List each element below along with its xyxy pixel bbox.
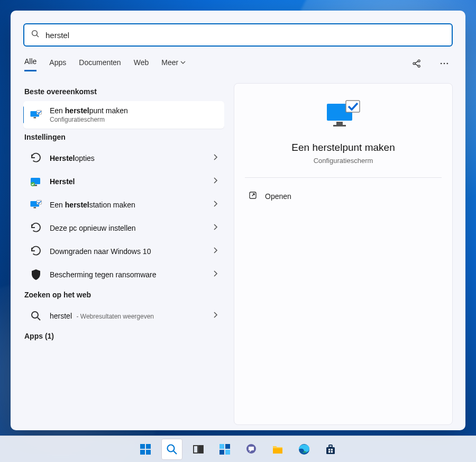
svg-point-30 [168, 445, 175, 451]
svg-rect-45 [331, 449, 333, 450]
recovery-icon [30, 175, 42, 188]
svg-rect-47 [331, 451, 333, 452]
monitor-check-icon [30, 108, 42, 121]
preview-subtitle: Configuratiescherm [314, 157, 373, 165]
chevron-right-icon [213, 153, 218, 163]
best-match-title: Een herstelpunt maken [50, 106, 218, 115]
chat[interactable] [241, 439, 262, 460]
svg-rect-44 [328, 449, 330, 450]
settings-result[interactable]: Deze pc opnieuw instellen [23, 216, 224, 240]
monitor-check-icon [325, 98, 362, 132]
svg-rect-34 [219, 444, 224, 449]
settings-result[interactable]: Herstelopties [23, 147, 224, 170]
search-panel: Alle Apps Documenten Web Meer Beste over… [11, 11, 465, 430]
monitor-icon [30, 198, 42, 211]
share-icon[interactable] [409, 56, 424, 73]
settings-result-title: Bescherming tegen ransomware [50, 270, 205, 279]
widgets[interactable] [214, 439, 235, 460]
store[interactable] [320, 439, 341, 460]
svg-rect-27 [146, 444, 151, 449]
svg-rect-46 [328, 451, 330, 452]
settings-result-title: Herstelopties [50, 154, 205, 162]
svg-line-31 [173, 451, 177, 454]
settings-result-title: Een herstelstation maken [50, 201, 205, 209]
search-icon [30, 310, 42, 322]
search-input[interactable] [45, 31, 445, 40]
svg-rect-29 [146, 450, 151, 455]
section-apps-count: Apps (1) [24, 332, 224, 340]
svg-point-7 [441, 63, 442, 65]
svg-rect-35 [225, 444, 230, 449]
taskbar [0, 436, 476, 462]
tab-all[interactable]: Alle [24, 57, 36, 71]
svg-rect-40 [273, 448, 282, 454]
edge[interactable] [294, 439, 315, 460]
settings-result[interactable]: Herstel [23, 170, 224, 193]
web-search-result[interactable]: herstel - Webresultaten weergeven [23, 304, 224, 328]
tab-documents[interactable]: Documenten [79, 58, 121, 71]
section-best-match: Beste overeenkomst [24, 87, 224, 96]
restore-icon [30, 222, 42, 234]
svg-rect-43 [329, 445, 332, 447]
settings-result-title: Deze pc opnieuw instellen [50, 224, 205, 232]
start-button[interactable] [135, 439, 156, 460]
filter-tabs: Alle Apps Documenten Web Meer [23, 56, 453, 76]
chevron-right-icon [213, 200, 218, 210]
svg-line-5 [415, 61, 418, 63]
chevron-right-icon [213, 247, 218, 256]
more-options-icon[interactable] [437, 56, 452, 73]
svg-rect-22 [336, 122, 343, 125]
settings-result[interactable]: Downgraden naar Windows 10 [23, 240, 224, 263]
svg-rect-36 [219, 450, 224, 455]
svg-point-9 [447, 63, 448, 65]
tab-more-label: Meer [161, 58, 178, 67]
tab-more[interactable]: Meer [161, 58, 186, 71]
file-explorer[interactable] [267, 439, 288, 460]
task-view[interactable] [188, 439, 209, 460]
svg-rect-17 [34, 207, 36, 208]
search-icon [31, 29, 40, 41]
open-external-icon [248, 191, 258, 202]
tab-web[interactable]: Web [134, 58, 149, 71]
svg-rect-42 [326, 447, 335, 454]
svg-rect-26 [140, 444, 145, 449]
svg-point-8 [444, 63, 445, 65]
svg-rect-33 [199, 446, 203, 453]
restore-icon [30, 245, 42, 258]
svg-rect-32 [194, 446, 198, 453]
chevron-right-icon [213, 270, 218, 279]
open-action[interactable]: Openen [245, 185, 442, 207]
preview-title: Een herstelpunt maken [291, 142, 395, 153]
web-query: herstel [50, 312, 72, 320]
section-web: Zoeken op het web [24, 291, 224, 299]
tab-apps[interactable]: Apps [49, 58, 66, 71]
svg-line-6 [415, 64, 418, 66]
chevron-down-icon [180, 60, 186, 65]
preview-pane: Een herstelpunt maken Configuratiescherm… [234, 83, 453, 425]
restore-icon [30, 152, 42, 165]
svg-point-19 [32, 312, 38, 318]
chevron-right-icon [213, 177, 218, 186]
svg-rect-39 [249, 447, 254, 450]
svg-point-3 [418, 60, 420, 62]
open-label: Openen [265, 192, 291, 201]
results-column: Beste overeenkomst Een herstelpunt maken… [23, 83, 224, 425]
svg-rect-11 [34, 117, 36, 118]
settings-result[interactable]: Bescherming tegen ransomware [23, 263, 224, 286]
web-hint: - Webresultaten weergeven [76, 313, 154, 320]
divider [245, 177, 442, 178]
shield-icon [30, 268, 42, 281]
settings-result[interactable]: Een herstelstation maken [23, 193, 224, 216]
svg-rect-28 [140, 450, 145, 455]
best-match-subtitle: Configuratiescherm [50, 116, 218, 123]
search-box[interactable] [23, 23, 453, 47]
svg-line-1 [36, 35, 39, 37]
chevron-right-icon [213, 223, 218, 233]
svg-point-15 [31, 182, 35, 186]
svg-rect-23 [333, 125, 346, 126]
svg-point-2 [413, 62, 415, 65]
best-match-result[interactable]: Een herstelpunt maken Configuratiescherm [23, 101, 224, 129]
settings-result-title: Downgraden naar Windows 10 [50, 247, 205, 256]
svg-rect-24 [346, 101, 360, 112]
taskbar-search[interactable] [161, 439, 182, 460]
